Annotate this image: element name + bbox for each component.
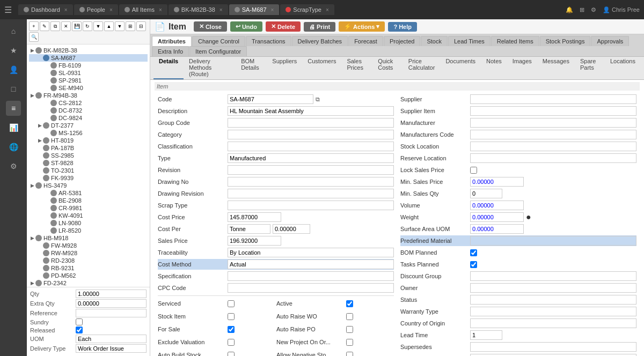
tree-item-fr-m94b-38[interactable]: ▶FR-M94B-38 [29,92,148,99]
sub-tab-details[interactable]: Details [153,57,184,79]
input-manufacturers-code[interactable] [470,130,636,139]
tree-toggle-ht-8019[interactable]: ▶ [36,138,43,143]
delete-button[interactable]: ✕ Delete [266,21,301,32]
main-tab-lead-times[interactable]: Lead Times [448,36,491,46]
input-category[interactable] [228,130,394,139]
input-sales-price[interactable] [228,236,281,246]
tree-item-dc-9824[interactable]: DC-9824 [29,114,148,122]
input-weight[interactable] [470,212,524,222]
tree-item-st-9828[interactable]: ST-9828 [29,159,148,167]
input-auto-raise-po[interactable] [346,326,353,333]
input-for-sale[interactable] [228,326,235,333]
tree-btn-copy[interactable]: ⧉ [50,21,60,31]
tab-close-sa-m687[interactable]: × [271,7,274,13]
tree-btn-delete[interactable]: ✕ [61,21,71,31]
settings-icon[interactable]: ⚙ [591,6,596,13]
tree-item-sl-0931[interactable]: SL-0931 [29,69,148,77]
main-tab-extra-info[interactable]: Extra Info [152,46,189,56]
input-group-code[interactable] [228,118,394,128]
tree-btn-search[interactable]: 🔍 [29,32,39,42]
tab-close-people[interactable]: × [109,7,113,13]
main-tab-forecast[interactable]: Forecast [348,36,383,46]
undo-button[interactable]: ↩ Undo [230,21,262,32]
sub-tab-sales-prices[interactable]: Sales Prices [341,57,372,79]
tree-item-dc-8732[interactable]: DC-8732 [29,107,148,114]
main-tab-stock-postings[interactable]: Stock Postings [540,36,591,46]
input-traceability[interactable] [228,248,394,257]
tree-toggle-fr-m94b-38[interactable]: ▶ [29,93,35,98]
tree-item-rw-m928[interactable]: RW-M928 [29,249,148,257]
input-predefined-material[interactable] [470,236,636,246]
main-tab-attributes[interactable]: Attributes [152,36,192,46]
tree-item-pd-m562[interactable]: PD-M562 [29,272,148,279]
sidebar-icon-home[interactable]: ⌂ [6,24,21,39]
tree-item-cs-2812[interactable]: CS-2812 [29,99,148,107]
input-superseded-by[interactable] [470,354,636,356]
input-active[interactable] [346,300,353,307]
sub-tab-locations[interactable]: Locations [605,57,641,79]
input-warranty-type[interactable] [470,307,636,316]
hamburger-menu[interactable]: ☰ [4,5,12,15]
main-tab-approvals[interactable]: Approvals [591,36,629,46]
input-cost-per[interactable] [228,224,270,234]
input-exclude-valuation[interactable] [228,339,235,346]
info-reference-input[interactable] [76,309,147,317]
sub-tab-notes[interactable]: Notes [481,57,507,79]
input-revision[interactable] [228,165,394,175]
nav-tab-dashboard[interactable]: Dashboard× [18,4,73,15]
sub-tab-images[interactable]: Images [507,57,537,79]
tree-item-rd-2308[interactable]: RD-2308 [29,257,148,264]
tab-close-scraptype[interactable]: × [326,7,329,13]
input-manufacturer[interactable] [470,118,636,128]
sidebar-icon-globe[interactable]: 🌐 [6,139,21,154]
tree-item-kw-4091[interactable]: KW-4091 [29,212,148,219]
tab-close-bk-m82b-38[interactable]: × [219,7,223,13]
input-owner[interactable] [470,283,636,293]
tree-item-se-m940[interactable]: SE-M940 [29,84,148,92]
info-sundry-checkbox[interactable] [76,318,83,325]
tree-toggle-fd-2342[interactable]: ▶ [29,280,35,286]
sub-tab-delivery-methods-route-[interactable]: Delivery Methods (Route) [184,57,236,79]
tree-btn-down[interactable]: ▼ [115,21,125,31]
tree-btn-new[interactable]: + [29,21,39,31]
main-tab-delivery-batches[interactable]: Delivery Batches [292,36,348,46]
info-extra-qty-input[interactable] [76,299,147,308]
tree-btn-refresh[interactable]: ↻ [83,21,92,31]
main-tab-stock[interactable]: Stock [421,36,448,46]
input-lock-sales-price[interactable] [470,167,477,174]
tree-btn-filter[interactable]: ▼ [93,21,103,31]
main-tab-change-control[interactable]: Change Control [192,36,245,46]
sub-tab-bom-details[interactable]: BOM Details [236,57,267,79]
info-released-checkbox[interactable] [76,327,83,333]
sidebar-icon-star[interactable]: ★ [6,43,21,58]
tree-item-rb-9231[interactable]: RB-9231 [29,264,148,272]
input-min-sales-price[interactable] [470,177,524,187]
info-delivery-type-input[interactable] [76,344,147,353]
code-icon[interactable]: ⧉ [316,96,320,103]
input-lead-time[interactable] [470,330,502,340]
tree-toggle-bk-m82b-38[interactable]: ▶ [29,48,35,53]
sub-tab-quick-costs[interactable]: Quick Costs [372,57,403,79]
sub-tab-price-calculator[interactable]: Price Calculator [403,57,441,79]
tree-btn-save[interactable]: 💾 [72,21,82,31]
main-tab-item-configurator[interactable]: Item Configurator [189,46,247,56]
tree-item-fk-9939[interactable]: FK-9939 [29,174,148,182]
input-discount-group[interactable] [470,271,636,281]
info-uom-input[interactable] [76,335,147,343]
tree-item-sa-m687[interactable]: SA-M687 [29,54,148,62]
tree-item-hb-m918[interactable]: ▶HB-M918 [29,234,148,242]
tree-item-fd-2342[interactable]: ▶FD-2342 [29,279,148,287]
help-button[interactable]: ? Help [388,22,417,32]
actions-button[interactable]: ⚡ Actions ▾ [339,21,385,32]
sidebar-icon-user[interactable]: 👤 [6,62,21,77]
main-tab-related-items[interactable]: Related Items [491,36,539,46]
input-country-of-origin[interactable] [470,318,636,328]
sub-tab-suppliers[interactable]: Suppliers [267,57,302,79]
main-tab-projected[interactable]: Projected [384,36,420,46]
input-reserve-location[interactable] [470,153,636,163]
tree-item-ss-2985[interactable]: SS-2985 [29,152,148,159]
sub-tab-documents[interactable]: Documents [440,57,481,79]
tree-item-bk-m82b-38[interactable]: ▶BK-M82B-38 [29,47,148,54]
sub-tab-spare-parts[interactable]: Spare Parts [575,57,605,79]
input-drawing-no[interactable] [228,177,394,187]
